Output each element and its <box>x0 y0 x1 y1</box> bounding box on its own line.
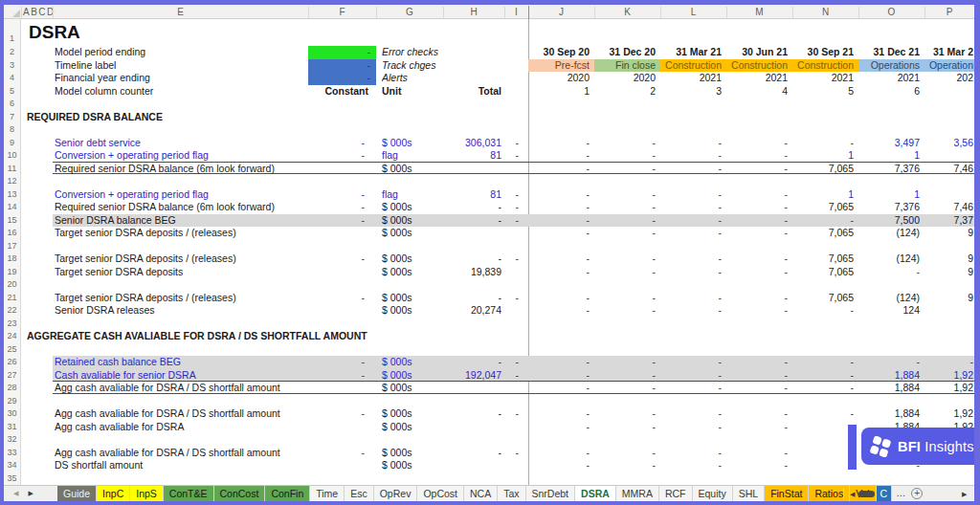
row-label-10[interactable]: Conversion + operating period flag <box>55 149 306 163</box>
row-number-34[interactable]: 34 <box>4 459 20 472</box>
cell-G15[interactable]: $ 000s <box>382 214 439 228</box>
cell-J13[interactable]: - <box>528 188 590 202</box>
row-number-10[interactable]: 10 <box>4 149 20 163</box>
cell-G10[interactable]: flag <box>382 149 439 163</box>
cell-F13[interactable]: - <box>308 188 365 202</box>
row-number-4[interactable]: 4 <box>4 72 20 85</box>
cell-H19[interactable]: 19,839 <box>443 266 501 279</box>
input-cell-row2[interactable]: - <box>308 46 376 59</box>
period-year-J[interactable]: 2020 <box>528 72 590 85</box>
period-counter-J[interactable]: 1 <box>528 85 590 99</box>
cell-H13[interactable]: 81 <box>443 188 501 202</box>
row-label-26[interactable]: Retained cash balance BEG <box>55 356 306 369</box>
cell-G26[interactable]: $ 000s <box>382 356 439 369</box>
cell-M26[interactable]: - <box>726 356 788 369</box>
cell-J26[interactable]: - <box>528 356 590 369</box>
cell-H9[interactable]: 306,031 <box>443 137 501 150</box>
row-label-18[interactable]: Target senior DSRA deposits / (releases) <box>55 252 306 266</box>
cell-L18[interactable]: - <box>660 252 722 266</box>
cell-P9[interactable]: 3,56 <box>924 137 973 150</box>
cell-J28[interactable]: - <box>528 382 590 395</box>
period-date-L[interactable]: 31 Mar 21 <box>660 46 722 59</box>
cell-F9[interactable]: - <box>308 137 365 150</box>
row-label-30[interactable]: Agg cash avaliable for DSRA / DS shortfa… <box>55 407 306 421</box>
cell-L27[interactable]: - <box>660 369 722 383</box>
sheet-tab-guide[interactable]: Guide <box>57 486 97 501</box>
cell-K14[interactable]: - <box>594 201 656 214</box>
cell-L9[interactable]: - <box>660 137 722 150</box>
cell-L26[interactable]: - <box>660 356 722 369</box>
cell-K18[interactable]: - <box>594 252 656 266</box>
cell-K13[interactable]: - <box>594 188 656 202</box>
cell-F30[interactable]: - <box>308 407 365 421</box>
period-counter-O[interactable]: 6 <box>858 85 920 99</box>
row-label-19[interactable]: Target senior DSRA deposits <box>55 266 306 279</box>
row-number-6[interactable]: 6 <box>4 98 20 111</box>
cell-K22[interactable]: - <box>594 304 656 318</box>
add-sheet-button[interactable]: + <box>911 488 923 499</box>
sheet-tab-inps[interactable]: InpS <box>130 486 164 501</box>
cell-G28[interactable]: $ 000s <box>382 382 439 395</box>
cell-O15[interactable]: 7,500 <box>858 214 920 228</box>
col-header-L[interactable]: L <box>662 5 724 19</box>
cell-J34[interactable]: - <box>528 459 590 472</box>
cell-G33[interactable]: $ 000s <box>382 447 439 460</box>
cell-M22[interactable]: - <box>726 304 788 318</box>
row-label-27[interactable]: Cash avaliable for senior DSRA <box>55 369 306 383</box>
sheet-tab-snrdebt[interactable]: SnrDebt <box>526 486 576 501</box>
cell-P14[interactable]: 7,46 <box>924 201 973 214</box>
cell-O13[interactable]: 1 <box>858 188 920 202</box>
cell-P18[interactable]: 9 <box>924 252 973 266</box>
cell-J19[interactable]: - <box>528 266 590 279</box>
period-counter-N[interactable]: 5 <box>792 85 854 99</box>
cell-L14[interactable]: - <box>660 201 722 214</box>
cell-O14[interactable]: 7,376 <box>858 201 920 214</box>
cell-H15[interactable]: - <box>443 214 501 228</box>
cell-O28[interactable]: 1,884 <box>858 382 920 395</box>
cell-K19[interactable]: - <box>594 266 656 279</box>
cell-O30[interactable]: 1,884 <box>858 407 920 421</box>
cell-G34[interactable]: $ 000s <box>382 459 439 472</box>
cell-J10[interactable]: - <box>528 149 590 163</box>
col-header-O[interactable]: O <box>860 5 923 19</box>
row-number-13[interactable]: 13 <box>4 188 20 202</box>
cell-K26[interactable]: - <box>594 356 656 369</box>
cell-H27[interactable]: 192,047 <box>443 369 501 383</box>
row-label-11[interactable]: Required senior DSRA balance (6m look fo… <box>55 163 306 176</box>
row-number-23[interactable]: 23 <box>4 318 20 331</box>
cell-G16[interactable]: $ 000s <box>382 227 439 240</box>
cell-H18[interactable]: - <box>443 252 501 266</box>
cell-I33[interactable]: - <box>504 447 519 460</box>
cell-N9[interactable]: - <box>792 137 854 150</box>
period-counter-M[interactable]: 4 <box>726 85 788 99</box>
cell-N16[interactable]: 7,065 <box>792 227 854 240</box>
cell-L16[interactable]: - <box>660 227 722 240</box>
period-year-O[interactable]: 2021 <box>858 72 920 85</box>
row-label-15[interactable]: Senior DSRA balance BEG <box>55 214 306 228</box>
cell-J14[interactable]: - <box>528 201 590 214</box>
cell-F21[interactable]: - <box>308 292 365 305</box>
cell-P21[interactable]: 9 <box>924 292 973 305</box>
sheet-tab-oprev[interactable]: OpRev <box>374 486 418 501</box>
row-number-1[interactable]: 1 <box>4 33 20 46</box>
sheet-tab-nca[interactable]: NCA <box>464 486 498 501</box>
cell-I26[interactable]: - <box>504 356 519 369</box>
cell-K34[interactable]: - <box>594 459 656 472</box>
col-header-N[interactable]: N <box>794 5 857 19</box>
sheet-tab-shl[interactable]: SHL <box>733 486 765 501</box>
cell-G11[interactable]: $ 000s <box>382 163 439 176</box>
row-number-11[interactable]: 11 <box>4 163 20 176</box>
cell-O22[interactable]: 124 <box>858 304 920 318</box>
col-header-P[interactable]: P <box>926 5 972 19</box>
row-number-8[interactable]: 8 <box>4 123 20 137</box>
cell-L28[interactable]: - <box>660 382 722 395</box>
cell-G9[interactable]: $ 000s <box>382 137 439 150</box>
cell-K10[interactable]: - <box>594 149 656 163</box>
cell-F33[interactable]: - <box>308 447 365 460</box>
phase-cell-O[interactable]: Operations <box>858 59 924 73</box>
phase-cell-K[interactable]: Fin close <box>594 59 660 73</box>
cell-M31[interactable]: - <box>726 421 788 434</box>
cell-M34[interactable]: - <box>726 459 788 472</box>
cell-I15[interactable]: - <box>504 214 519 228</box>
cell-N31[interactable]: - <box>792 421 854 434</box>
